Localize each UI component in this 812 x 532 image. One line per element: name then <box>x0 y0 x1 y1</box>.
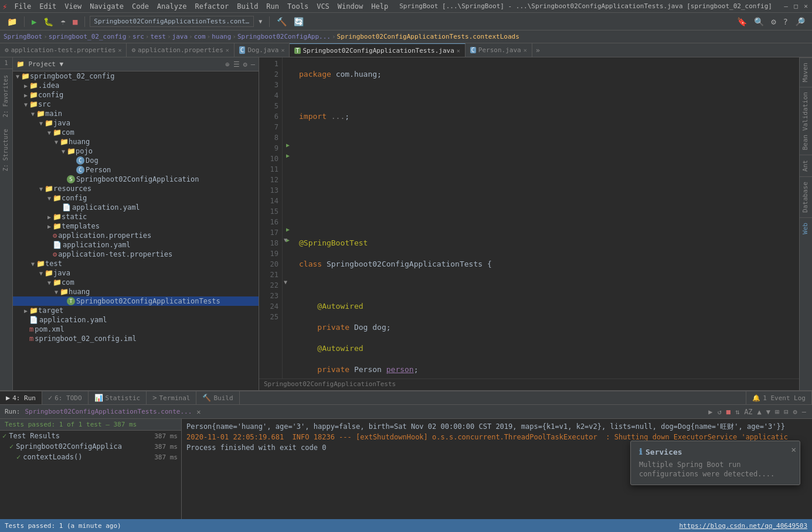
down-btn[interactable]: ▼ <box>765 408 772 416</box>
settings-run-btn[interactable]: ⚙ <box>792 408 799 416</box>
fold-icon-18[interactable]: ▼ <box>284 237 287 247</box>
tab-app-props[interactable]: ⚙ application.properties ✕ <box>127 43 234 57</box>
coverage-button[interactable]: ☂ <box>58 16 67 28</box>
menu-navigate[interactable]: Navigate <box>86 1 127 12</box>
sidebar-icon-settings[interactable]: ⚙ <box>243 60 247 69</box>
breadcrumb-springboot[interactable]: SpringBoot <box>4 33 42 40</box>
maximize-button[interactable]: □ <box>792 2 800 10</box>
gutter-run-17[interactable]: ▶ <box>283 226 293 237</box>
expand-btn[interactable]: ⊞ <box>774 408 780 416</box>
find-btn[interactable]: 🔍 <box>752 16 766 28</box>
settings-btn[interactable]: ⚙ <box>769 16 778 28</box>
tree-app-props[interactable]: ▶ ⚙ application.properties <box>13 231 259 240</box>
web-panel-tab[interactable]: Web <box>800 217 812 239</box>
test-result-row-1[interactable]: ✓ Springboot02ConfigApplica 387 ms <box>0 441 181 452</box>
sidebar-icon-close[interactable]: — <box>251 60 255 69</box>
menu-vcs[interactable]: VCS <box>313 1 333 12</box>
sidebar-icon-locate[interactable]: ⊕ <box>225 60 229 69</box>
breadcrumb-huang[interactable]: huang <box>212 33 231 40</box>
left-tab-structure[interactable]: Z: Structure <box>0 123 12 177</box>
tree-pojo[interactable]: ▼ 📁 pojo <box>13 146 259 156</box>
event-log-btn[interactable]: 🔔 1 Event Log <box>746 391 812 404</box>
breadcrumb-method[interactable]: Springboot02ConfigApplicationTests.conte… <box>337 33 519 40</box>
tree-templates[interactable]: ▶ 📁 templates <box>13 221 259 231</box>
tree-java[interactable]: ▼ 📁 java <box>13 118 259 128</box>
code-editor[interactable]: package com.huang; import ...; @SpringBo… <box>293 57 799 378</box>
rerun-btn[interactable]: ▶ <box>707 408 714 416</box>
breadcrumb-src[interactable]: src <box>132 33 144 40</box>
update-btn[interactable]: 🔄 <box>291 16 306 28</box>
tab-close-1[interactable]: ✕ <box>226 47 229 53</box>
bookmark-btn[interactable]: 🔖 <box>735 16 749 28</box>
rerun-failed-btn[interactable]: ↺ <box>716 408 722 416</box>
test-result-row-0[interactable]: ✓ Test Results 387 ms <box>0 431 181 441</box>
project-panel-btn[interactable]: 📁 <box>5 16 19 28</box>
sidebar-icon-options[interactable]: ☰ <box>233 60 240 69</box>
stop-run-btn[interactable]: ■ <box>725 408 732 416</box>
code-container[interactable]: 12345 678910 1112131415 1617181920 21222… <box>259 57 799 378</box>
menu-run[interactable]: Run <box>263 1 283 12</box>
close-button[interactable]: ✕ <box>802 2 810 10</box>
popup-close-icon[interactable]: ✕ <box>791 445 796 454</box>
bottom-tab-todo[interactable]: ✓ 6: TODO <box>42 391 89 404</box>
minimize-button[interactable]: — <box>782 2 790 10</box>
tree-static[interactable]: ▶ 📁 static <box>13 212 259 221</box>
debug-button[interactable]: 🐛 <box>41 16 56 28</box>
run-config-selector[interactable]: Springboot02ConfigApplicationTests.conte… <box>90 16 254 27</box>
breadcrumb-class[interactable]: Springboot02ConfigApp... <box>237 33 331 40</box>
sort-alpha-btn[interactable]: AZ <box>743 408 753 416</box>
tree-pom[interactable]: ▶ m pom.xml <box>13 325 259 334</box>
menu-tools[interactable]: Tools <box>284 1 312 12</box>
menu-file[interactable]: File <box>11 1 35 12</box>
gutter-run-9[interactable]: ▶ <box>283 142 293 152</box>
fold-icon-22[interactable]: ▼ <box>284 279 287 289</box>
status-url[interactable]: https://blog.csdn.net/qq_40649503 <box>679 522 807 530</box>
tree-app-yaml-config[interactable]: ▶ 📄 application.yaml <box>13 203 259 212</box>
tree-test-huang[interactable]: ▼ 📁 huang <box>13 287 259 296</box>
help-btn[interactable]: ? <box>781 16 790 28</box>
run-button[interactable]: ▶ <box>29 16 39 28</box>
database-panel-tab[interactable]: Database <box>800 176 812 217</box>
gutter-run-10[interactable]: ▶ <box>283 152 293 163</box>
hide-run-btn[interactable]: — <box>801 408 807 416</box>
menu-build[interactable]: Build <box>233 1 261 12</box>
tab-springboot-tests[interactable]: T Springboot02ConfigApplicationTests.jav… <box>290 43 465 57</box>
sort-btn[interactable]: ⇅ <box>734 408 740 416</box>
tab-close-3[interactable]: ✕ <box>457 47 460 54</box>
build-btn[interactable]: 🔨 <box>274 16 289 28</box>
tree-test-java[interactable]: ▼ 📁 java <box>13 268 259 278</box>
tree-iml[interactable]: ▶ m springboot_02_config.iml <box>13 334 259 343</box>
menu-help[interactable]: Help <box>368 1 392 12</box>
tree-idea[interactable]: ▶ 📁 .idea <box>13 81 259 90</box>
bottom-tab-terminal[interactable]: > Terminal <box>147 391 196 404</box>
tree-dog[interactable]: ▶ C Dog <box>13 156 259 165</box>
tree-config-root[interactable]: ▶ 📁 config <box>13 90 259 100</box>
tree-app-yaml[interactable]: ▶ 📄 application.yaml <box>13 240 259 250</box>
tree-springboot-tests[interactable]: ▶ T Springboot02ConfigApplicationTests <box>13 296 259 306</box>
tree-com[interactable]: ▼ 📁 com <box>13 128 259 137</box>
menu-edit[interactable]: Edit <box>36 1 60 12</box>
bottom-tab-run[interactable]: ▶ 4: Run <box>0 391 42 404</box>
bean-validation-panel-tab[interactable]: Bean Validation <box>800 87 812 155</box>
tree-app-test-props[interactable]: ▶ ⚙ application-test.properties <box>13 250 259 259</box>
menu-code[interactable]: Code <box>128 1 152 12</box>
tree-huang[interactable]: ▼ 📁 huang <box>13 137 259 146</box>
bottom-tab-build[interactable]: 🔨 Build <box>196 391 239 404</box>
tree-src[interactable]: ▼ 📁 src <box>13 100 259 109</box>
tree-springapp[interactable]: ▶ S Springboot02ConfigApplication <box>13 175 259 184</box>
maven-panel-tab[interactable]: Maven <box>800 57 812 87</box>
tab-person-java[interactable]: C Person.java ✕ <box>466 43 532 57</box>
menu-window[interactable]: Window <box>334 1 366 12</box>
config-dropdown-icon[interactable]: ▼ <box>256 17 264 26</box>
tab-close-2[interactable]: ✕ <box>281 47 284 53</box>
tab-app-test-props[interactable]: ⚙ application-test.properties ✕ <box>0 43 127 57</box>
tree-main[interactable]: ▼ 📁 main <box>13 109 259 118</box>
collapse-btn[interactable]: ⊟ <box>783 408 789 416</box>
search-all-btn[interactable]: 🔎 <box>793 16 807 28</box>
tab-close-0[interactable]: ✕ <box>118 47 121 53</box>
bottom-tab-statistic[interactable]: 📊 Statistic <box>89 391 147 404</box>
breadcrumb-com[interactable]: com <box>194 33 206 40</box>
tree-root-yaml[interactable]: ▶ 📄 application.yaml <box>13 315 259 325</box>
tab-close-4[interactable]: ✕ <box>524 47 527 53</box>
left-tab-num1[interactable]: 1 <box>0 57 12 69</box>
